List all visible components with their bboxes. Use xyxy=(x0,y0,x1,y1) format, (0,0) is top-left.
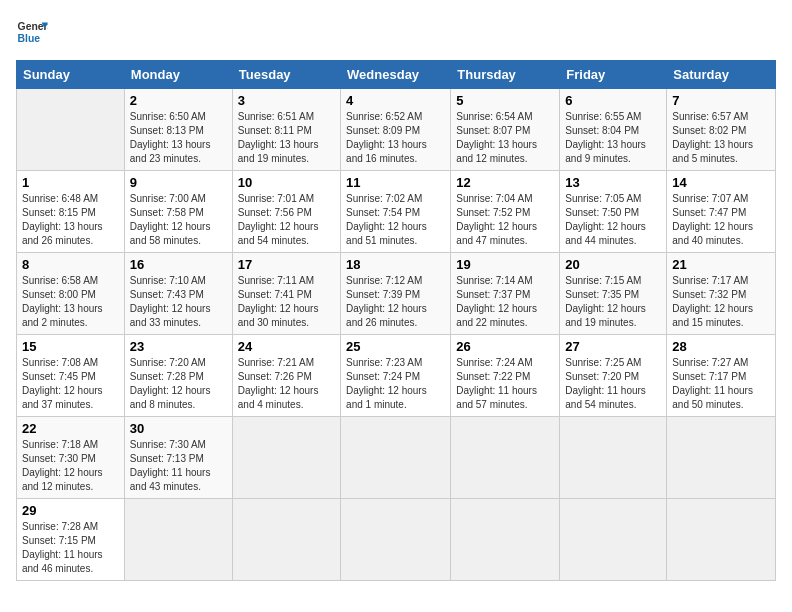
calendar-cell xyxy=(667,499,776,581)
header-cell-monday: Monday xyxy=(124,61,232,89)
day-info: Sunrise: 7:17 AMSunset: 7:32 PMDaylight:… xyxy=(672,274,770,330)
calendar-cell: 3Sunrise: 6:51 AMSunset: 8:11 PMDaylight… xyxy=(232,89,340,171)
calendar-cell: 11Sunrise: 7:02 AMSunset: 7:54 PMDayligh… xyxy=(341,171,451,253)
calendar-cell: 9Sunrise: 7:00 AMSunset: 7:58 PMDaylight… xyxy=(124,171,232,253)
header-cell-saturday: Saturday xyxy=(667,61,776,89)
svg-text:Blue: Blue xyxy=(18,33,41,44)
calendar-week-3: 15Sunrise: 7:08 AMSunset: 7:45 PMDayligh… xyxy=(17,335,776,417)
calendar-cell: 15Sunrise: 7:08 AMSunset: 7:45 PMDayligh… xyxy=(17,335,125,417)
calendar-cell: 25Sunrise: 7:23 AMSunset: 7:24 PMDayligh… xyxy=(341,335,451,417)
day-info: Sunrise: 7:02 AMSunset: 7:54 PMDaylight:… xyxy=(346,192,445,248)
calendar-cell xyxy=(560,499,667,581)
day-number: 8 xyxy=(22,257,119,272)
calendar-cell xyxy=(560,417,667,499)
header-cell-friday: Friday xyxy=(560,61,667,89)
calendar-cell xyxy=(451,499,560,581)
day-info: Sunrise: 7:14 AMSunset: 7:37 PMDaylight:… xyxy=(456,274,554,330)
calendar-cell xyxy=(232,417,340,499)
day-number: 17 xyxy=(238,257,335,272)
calendar-cell: 21Sunrise: 7:17 AMSunset: 7:32 PMDayligh… xyxy=(667,253,776,335)
calendar-cell: 8Sunrise: 6:58 AMSunset: 8:00 PMDaylight… xyxy=(17,253,125,335)
day-number: 3 xyxy=(238,93,335,108)
day-number: 25 xyxy=(346,339,445,354)
calendar-week-0: 2Sunrise: 6:50 AMSunset: 8:13 PMDaylight… xyxy=(17,89,776,171)
day-info: Sunrise: 7:18 AMSunset: 7:30 PMDaylight:… xyxy=(22,438,119,494)
day-info: Sunrise: 7:15 AMSunset: 7:35 PMDaylight:… xyxy=(565,274,661,330)
day-info: Sunrise: 7:01 AMSunset: 7:56 PMDaylight:… xyxy=(238,192,335,248)
day-info: Sunrise: 6:51 AMSunset: 8:11 PMDaylight:… xyxy=(238,110,335,166)
day-info: Sunrise: 6:50 AMSunset: 8:13 PMDaylight:… xyxy=(130,110,227,166)
header-row: SundayMondayTuesdayWednesdayThursdayFrid… xyxy=(17,61,776,89)
day-number: 12 xyxy=(456,175,554,190)
day-number: 29 xyxy=(22,503,119,518)
calendar-cell: 23Sunrise: 7:20 AMSunset: 7:28 PMDayligh… xyxy=(124,335,232,417)
day-info: Sunrise: 6:55 AMSunset: 8:04 PMDaylight:… xyxy=(565,110,661,166)
calendar-table: SundayMondayTuesdayWednesdayThursdayFrid… xyxy=(16,60,776,581)
day-info: Sunrise: 7:30 AMSunset: 7:13 PMDaylight:… xyxy=(130,438,227,494)
calendar-cell: 19Sunrise: 7:14 AMSunset: 7:37 PMDayligh… xyxy=(451,253,560,335)
day-info: Sunrise: 6:58 AMSunset: 8:00 PMDaylight:… xyxy=(22,274,119,330)
calendar-cell xyxy=(341,417,451,499)
day-info: Sunrise: 7:28 AMSunset: 7:15 PMDaylight:… xyxy=(22,520,119,576)
day-number: 26 xyxy=(456,339,554,354)
calendar-cell: 22Sunrise: 7:18 AMSunset: 7:30 PMDayligh… xyxy=(17,417,125,499)
calendar-cell: 6Sunrise: 6:55 AMSunset: 8:04 PMDaylight… xyxy=(560,89,667,171)
day-number: 16 xyxy=(130,257,227,272)
calendar-week-2: 8Sunrise: 6:58 AMSunset: 8:00 PMDaylight… xyxy=(17,253,776,335)
calendar-cell: 4Sunrise: 6:52 AMSunset: 8:09 PMDaylight… xyxy=(341,89,451,171)
day-info: Sunrise: 7:05 AMSunset: 7:50 PMDaylight:… xyxy=(565,192,661,248)
day-info: Sunrise: 6:54 AMSunset: 8:07 PMDaylight:… xyxy=(456,110,554,166)
day-info: Sunrise: 7:25 AMSunset: 7:20 PMDaylight:… xyxy=(565,356,661,412)
day-info: Sunrise: 7:20 AMSunset: 7:28 PMDaylight:… xyxy=(130,356,227,412)
day-number: 5 xyxy=(456,93,554,108)
day-number: 20 xyxy=(565,257,661,272)
day-number: 30 xyxy=(130,421,227,436)
day-number: 19 xyxy=(456,257,554,272)
day-number: 9 xyxy=(130,175,227,190)
day-number: 7 xyxy=(672,93,770,108)
calendar-cell: 16Sunrise: 7:10 AMSunset: 7:43 PMDayligh… xyxy=(124,253,232,335)
calendar-week-4: 22Sunrise: 7:18 AMSunset: 7:30 PMDayligh… xyxy=(17,417,776,499)
calendar-cell: 27Sunrise: 7:25 AMSunset: 7:20 PMDayligh… xyxy=(560,335,667,417)
calendar-cell: 12Sunrise: 7:04 AMSunset: 7:52 PMDayligh… xyxy=(451,171,560,253)
day-number: 27 xyxy=(565,339,661,354)
calendar-cell: 2Sunrise: 6:50 AMSunset: 8:13 PMDaylight… xyxy=(124,89,232,171)
day-number: 13 xyxy=(565,175,661,190)
day-number: 15 xyxy=(22,339,119,354)
calendar-cell: 1Sunrise: 6:48 AMSunset: 8:15 PMDaylight… xyxy=(17,171,125,253)
day-number: 21 xyxy=(672,257,770,272)
day-number: 6 xyxy=(565,93,661,108)
day-number: 14 xyxy=(672,175,770,190)
day-number: 2 xyxy=(130,93,227,108)
day-info: Sunrise: 6:52 AMSunset: 8:09 PMDaylight:… xyxy=(346,110,445,166)
calendar-cell: 20Sunrise: 7:15 AMSunset: 7:35 PMDayligh… xyxy=(560,253,667,335)
logo-icon: General Blue xyxy=(16,16,48,48)
day-info: Sunrise: 7:00 AMSunset: 7:58 PMDaylight:… xyxy=(130,192,227,248)
calendar-cell: 29Sunrise: 7:28 AMSunset: 7:15 PMDayligh… xyxy=(17,499,125,581)
calendar-week-5: 29Sunrise: 7:28 AMSunset: 7:15 PMDayligh… xyxy=(17,499,776,581)
day-info: Sunrise: 7:04 AMSunset: 7:52 PMDaylight:… xyxy=(456,192,554,248)
calendar-cell xyxy=(124,499,232,581)
header-cell-tuesday: Tuesday xyxy=(232,61,340,89)
calendar-cell: 14Sunrise: 7:07 AMSunset: 7:47 PMDayligh… xyxy=(667,171,776,253)
calendar-cell: 10Sunrise: 7:01 AMSunset: 7:56 PMDayligh… xyxy=(232,171,340,253)
day-info: Sunrise: 7:07 AMSunset: 7:47 PMDaylight:… xyxy=(672,192,770,248)
logo: General Blue xyxy=(16,16,48,48)
day-number: 24 xyxy=(238,339,335,354)
header-cell-sunday: Sunday xyxy=(17,61,125,89)
header-cell-wednesday: Wednesday xyxy=(341,61,451,89)
calendar-cell: 28Sunrise: 7:27 AMSunset: 7:17 PMDayligh… xyxy=(667,335,776,417)
calendar-cell: 17Sunrise: 7:11 AMSunset: 7:41 PMDayligh… xyxy=(232,253,340,335)
calendar-week-1: 1Sunrise: 6:48 AMSunset: 8:15 PMDaylight… xyxy=(17,171,776,253)
day-number: 28 xyxy=(672,339,770,354)
calendar-cell xyxy=(451,417,560,499)
calendar-cell: 30Sunrise: 7:30 AMSunset: 7:13 PMDayligh… xyxy=(124,417,232,499)
day-info: Sunrise: 7:21 AMSunset: 7:26 PMDaylight:… xyxy=(238,356,335,412)
day-info: Sunrise: 6:57 AMSunset: 8:02 PMDaylight:… xyxy=(672,110,770,166)
calendar-cell xyxy=(667,417,776,499)
day-info: Sunrise: 7:12 AMSunset: 7:39 PMDaylight:… xyxy=(346,274,445,330)
calendar-cell: 13Sunrise: 7:05 AMSunset: 7:50 PMDayligh… xyxy=(560,171,667,253)
day-number: 22 xyxy=(22,421,119,436)
calendar-cell: 26Sunrise: 7:24 AMSunset: 7:22 PMDayligh… xyxy=(451,335,560,417)
calendar-cell: 24Sunrise: 7:21 AMSunset: 7:26 PMDayligh… xyxy=(232,335,340,417)
